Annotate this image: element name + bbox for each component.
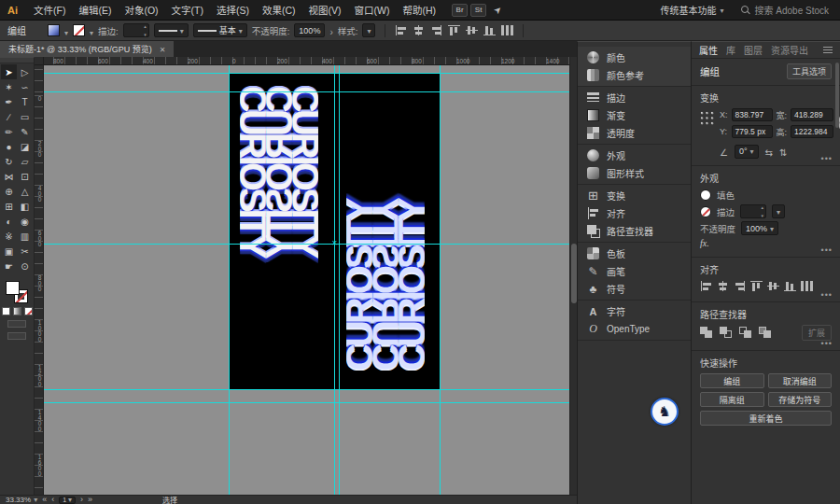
cb-align-left-icon[interactable]	[395, 24, 407, 36]
fill-swatch[interactable]	[700, 189, 711, 201]
paintbrush-tool[interactable]: ✏	[1, 124, 17, 139]
align-vcenter-icon[interactable]	[767, 280, 779, 292]
pathfinder-unite-icon[interactable]	[700, 327, 714, 340]
menu-object[interactable]: 对象(O)	[118, 0, 164, 21]
chevron-right-icon[interactable]	[329, 22, 332, 39]
menu-type[interactable]: 文字(T)	[165, 0, 210, 21]
gradient-button[interactable]	[13, 307, 21, 315]
rotate-tool[interactable]: ↻	[1, 154, 17, 169]
menu-window[interactable]: 窗口(W)	[348, 0, 397, 21]
stroke-weight-field[interactable]	[123, 23, 149, 37]
panel-item-brushes[interactable]: 画笔	[578, 262, 691, 280]
pen-tool[interactable]: ✒	[1, 94, 17, 109]
quick-action-isolate[interactable]: 隔离组	[700, 392, 764, 407]
align-left-icon[interactable]	[700, 280, 712, 292]
align-bottom-icon[interactable]	[784, 280, 796, 292]
shape-builder-tool[interactable]: ⊕	[1, 184, 17, 199]
opacity-dropdown[interactable]: 100%	[741, 221, 778, 235]
menu-effect[interactable]: 效果(C)	[256, 0, 302, 21]
color-button[interactable]	[2, 307, 10, 315]
artboard-tool[interactable]: ▣	[1, 244, 17, 259]
scale-tool[interactable]: ▱	[17, 154, 33, 169]
guide-horizontal[interactable]	[44, 91, 569, 92]
quick-action-save-as-symbol[interactable]: 存储为符号	[768, 392, 833, 407]
line-segment-tool[interactable]: ∕	[1, 109, 17, 124]
panel-item-graphic-styles[interactable]: 图形样式	[578, 164, 691, 182]
blend-tool[interactable]: ◉	[17, 214, 33, 229]
guide-horizontal[interactable]	[44, 73, 569, 74]
rectangle-tool[interactable]: ▭	[17, 109, 33, 124]
x-field[interactable]: 838.797	[732, 108, 773, 121]
panel-item-opentype[interactable]: OpenType	[578, 320, 691, 338]
more-options-button[interactable]: •••	[821, 290, 833, 300]
workspace-switcher[interactable]: 传统基本功能	[661, 3, 724, 17]
lasso-tool[interactable]: ∽	[17, 79, 33, 94]
flip-vertical-icon[interactable]	[779, 143, 787, 160]
pathfinder-exclude-icon[interactable]	[759, 327, 773, 340]
fill-color-swatch[interactable]	[48, 24, 60, 36]
blob-brush-tool[interactable]: ●	[1, 139, 17, 154]
direct-selection-tool[interactable]: ▷	[17, 64, 33, 79]
gradient-tool[interactable]: ◧	[17, 199, 33, 214]
hand-tool[interactable]: ☛	[1, 259, 17, 273]
bridge-button[interactable]: Br	[452, 4, 468, 17]
last-artboard-icon[interactable]	[88, 496, 92, 504]
align-top-icon[interactable]	[750, 280, 763, 292]
magic-wand-tool[interactable]: ✶	[1, 79, 17, 94]
panel-item-color-guide[interactable]: 颜色参考	[578, 66, 691, 84]
artwork-text-left[interactable]: CURIOSITYCURIOSITYCURIOSITY	[240, 86, 318, 371]
panel-scrollbar-thumb[interactable]	[835, 63, 839, 128]
vertical-ruler[interactable]: 020040060080010001200140016001800	[35, 65, 44, 495]
app-logo[interactable]: Ai	[0, 5, 27, 16]
panel-item-gradient[interactable]: 渐变	[578, 106, 691, 124]
drawing-mode-button[interactable]	[7, 320, 26, 328]
opacity-field[interactable]: 100%	[294, 23, 325, 37]
width-tool[interactable]: ⋈	[1, 169, 17, 184]
panel-item-swatches[interactable]: 色板	[578, 245, 691, 262]
artboard-number-field[interactable]: 1	[59, 497, 76, 504]
panel-item-color[interactable]: 颜色	[578, 49, 691, 66]
chevron-down-icon[interactable]	[90, 22, 93, 39]
screen-mode-button[interactable]	[7, 332, 26, 340]
vertical-scrollbar[interactable]	[569, 57, 577, 495]
menu-edit[interactable]: 编辑(E)	[72, 0, 118, 21]
brush-dropdown[interactable]: 基本	[193, 23, 247, 37]
guide-horizontal[interactable]	[44, 244, 569, 245]
tab-layers[interactable]: 图层	[744, 43, 763, 57]
guide-horizontal[interactable]	[44, 389, 569, 390]
fill-stroke-indicator[interactable]	[5, 280, 29, 304]
pathfinder-intersect-icon[interactable]	[739, 327, 753, 340]
stroke-unit-dropdown[interactable]	[772, 204, 785, 218]
panel-item-transparency[interactable]: 透明度	[578, 124, 691, 142]
slice-tool[interactable]: ✂	[17, 244, 33, 259]
reference-point-locator[interactable]	[700, 111, 715, 126]
tab-properties[interactable]: 属性	[699, 43, 718, 57]
stroke-weight-field[interactable]	[740, 204, 766, 218]
align-hcenter-icon[interactable]	[717, 280, 729, 292]
menu-file[interactable]: 文件(F)	[27, 0, 72, 21]
first-artboard-icon[interactable]	[42, 496, 47, 504]
document-tab[interactable]: 未标题-1* @ 33.33% (RGB/GPU 预览)	[0, 41, 174, 57]
guide-vertical[interactable]	[440, 65, 441, 495]
panel-item-stroke[interactable]: 描边	[578, 89, 691, 106]
cb-align-dist-icon[interactable]	[501, 24, 513, 36]
panel-item-pathfinder[interactable]: 路径查找器	[578, 222, 691, 240]
stroke-color-swatch[interactable]	[73, 24, 85, 36]
fill-swatch[interactable]	[6, 281, 20, 295]
cb-align-top-icon[interactable]	[448, 24, 460, 36]
rotation-dropdown[interactable]: 0°	[735, 145, 759, 159]
align-dist-icon[interactable]	[801, 280, 813, 292]
flip-horizontal-icon[interactable]	[765, 143, 773, 160]
more-options-button[interactable]: •••	[821, 339, 833, 348]
panel-item-appearance[interactable]: 外观	[578, 147, 691, 164]
tab-asset-export[interactable]: 资源导出	[771, 43, 808, 57]
perspective-grid-tool[interactable]: △	[17, 184, 33, 199]
free-transform-tool[interactable]: ⊡	[17, 169, 33, 184]
y-field[interactable]: 779.5 px	[732, 125, 773, 138]
more-options-button[interactable]: •••	[821, 154, 833, 163]
width-profile-dropdown[interactable]	[154, 23, 189, 37]
panel-item-character[interactable]: 字符	[578, 302, 691, 320]
type-tool[interactable]: T	[17, 94, 33, 109]
zoom-dropdown[interactable]: 33.33%	[6, 496, 37, 504]
align-right-icon[interactable]	[734, 280, 746, 292]
